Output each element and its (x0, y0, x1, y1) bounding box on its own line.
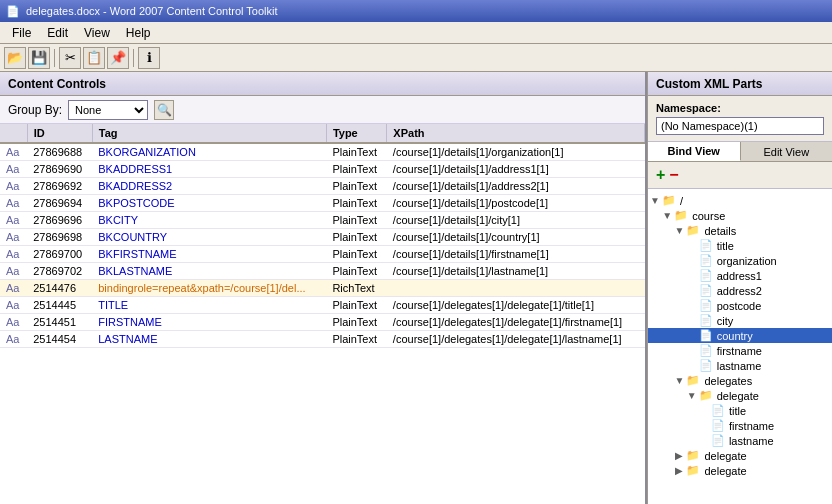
tree-node[interactable]: 📄city (648, 313, 832, 328)
document-icon: 📄 (699, 299, 715, 312)
tree-node[interactable]: 📄title (648, 403, 832, 418)
toolbar-info-btn[interactable]: ℹ (138, 47, 160, 69)
tree-node-label: firstname (717, 345, 762, 357)
tree-toggle (685, 270, 699, 281)
cell-tag: BKLASTNAME (92, 263, 326, 280)
tree-node[interactable]: 📄postcode (648, 298, 832, 313)
content-controls-table-container[interactable]: ID Tag Type XPath Aa 27869688 BKORGANIZA… (0, 124, 645, 504)
group-by-label: Group By: (8, 103, 62, 117)
group-by-icon-btn[interactable]: 🔍 (154, 100, 174, 120)
tab-edit-view[interactable]: Edit View (741, 142, 833, 161)
tree-toggle (685, 360, 699, 371)
table-row[interactable]: Aa 2514454 LASTNAME PlainText /course[1]… (0, 331, 645, 348)
tab-bind-view[interactable]: Bind View (648, 142, 741, 161)
namespace-value[interactable]: (No Namespace)(1) (656, 117, 824, 135)
tree-node-label: delegate (717, 390, 759, 402)
tree-node[interactable]: 📄firstname (648, 343, 832, 358)
folder-icon: 📁 (699, 389, 715, 402)
tree-toggle (697, 435, 711, 446)
toolbar: 📂 💾 ✂ 📋 📌 ℹ (0, 44, 832, 72)
tree-container[interactable]: ▼📁/ ▼📁course ▼📁details 📄title 📄organizat… (648, 189, 832, 504)
group-by-select[interactable]: None (68, 100, 148, 120)
folder-icon: 📁 (686, 464, 702, 477)
toolbar-paste-btn[interactable]: 📌 (107, 47, 129, 69)
tree-node-label: delegate (704, 450, 746, 462)
cell-xpath: /course[1]/details[1]/address1[1] (387, 161, 645, 178)
table-row[interactable]: Aa 27869694 BKPOSTCODE PlainText /course… (0, 195, 645, 212)
content-controls-table: ID Tag Type XPath Aa 27869688 BKORGANIZA… (0, 124, 645, 348)
tree-node[interactable]: 📄lastname (648, 433, 832, 448)
table-row[interactable]: Aa 2514445 TITLE PlainText /course[1]/de… (0, 297, 645, 314)
tree-node[interactable]: ▼📁course (648, 208, 832, 223)
table-row[interactable]: Aa 27869690 BKADDRESS1 PlainText /course… (0, 161, 645, 178)
cell-type: PlainText (326, 314, 386, 331)
tree-toggle (685, 345, 699, 356)
table-row[interactable]: Aa 2514476 bindingrole=repeat&xpath=/cou… (0, 280, 645, 297)
document-icon: 📄 (699, 269, 715, 282)
menu-help[interactable]: Help (118, 24, 159, 42)
tree-node[interactable]: ▼📁/ (648, 193, 832, 208)
menu-view[interactable]: View (76, 24, 118, 42)
cell-id: 27869700 (27, 246, 92, 263)
tree-node[interactable]: ▼📁details (648, 223, 832, 238)
tree-toolbar: + − (648, 162, 832, 189)
table-row[interactable]: Aa 27869702 BKLASTNAME PlainText /course… (0, 263, 645, 280)
menu-edit[interactable]: Edit (39, 24, 76, 42)
toolbar-separator-1 (54, 49, 55, 67)
table-row[interactable]: Aa 2514451 FIRSTNAME PlainText /course[1… (0, 314, 645, 331)
toolbar-save-btn[interactable]: 💾 (28, 47, 50, 69)
tree-node[interactable]: ▶📁delegate (648, 448, 832, 463)
tree-node[interactable]: ▼📁delegate (648, 388, 832, 403)
tree-node[interactable]: 📄title (648, 238, 832, 253)
tree-node-label: / (680, 195, 683, 207)
cell-type: PlainText (326, 143, 386, 161)
tree-node-label: delegate (704, 465, 746, 477)
tree-node[interactable]: 📄lastname (648, 358, 832, 373)
tree-toggle (697, 420, 711, 431)
table-body: Aa 27869688 BKORGANIZATION PlainText /co… (0, 143, 645, 348)
folder-icon: 📁 (686, 374, 702, 387)
cell-aa: Aa (0, 280, 27, 297)
cell-aa: Aa (0, 314, 27, 331)
col-type: Type (326, 124, 386, 143)
tree-toggle (685, 240, 699, 251)
cell-xpath: /course[1]/delegates[1]/delegate[1]/last… (387, 331, 645, 348)
cell-aa: Aa (0, 212, 27, 229)
tree-node[interactable]: 📄country (648, 328, 832, 343)
toolbar-cut-btn[interactable]: ✂ (59, 47, 81, 69)
namespace-label: Namespace: (656, 102, 824, 114)
col-tag: Tag (92, 124, 326, 143)
menu-file[interactable]: File (4, 24, 39, 42)
document-icon: 📄 (711, 419, 727, 432)
tree-node[interactable]: 📄address1 (648, 268, 832, 283)
tree-node[interactable]: 📄firstname (648, 418, 832, 433)
toolbar-open-btn[interactable]: 📂 (4, 47, 26, 69)
tree-remove-btn[interactable]: − (669, 166, 678, 184)
table-row[interactable]: Aa 27869700 BKFIRSTNAME PlainText /cours… (0, 246, 645, 263)
cell-type: PlainText (326, 246, 386, 263)
tree-node[interactable]: ▶📁delegate (648, 463, 832, 478)
tree-toggle (685, 300, 699, 311)
menu-bar: File Edit View Help (0, 22, 832, 44)
table-row[interactable]: Aa 27869688 BKORGANIZATION PlainText /co… (0, 143, 645, 161)
tree-node[interactable]: 📄address2 (648, 283, 832, 298)
tree-add-btn[interactable]: + (656, 166, 665, 184)
tree-node[interactable]: 📄organization (648, 253, 832, 268)
tree-toggle: ▼ (648, 195, 662, 206)
tree-toggle (685, 315, 699, 326)
table-row[interactable]: Aa 27869698 BKCOUNTRY PlainText /course[… (0, 229, 645, 246)
cell-type: PlainText (326, 212, 386, 229)
toolbar-copy-btn[interactable]: 📋 (83, 47, 105, 69)
table-row[interactable]: Aa 27869692 BKADDRESS2 PlainText /course… (0, 178, 645, 195)
tree-node-label: lastname (729, 435, 774, 447)
cell-type: PlainText (326, 195, 386, 212)
cell-aa: Aa (0, 297, 27, 314)
tree-node[interactable]: ▼📁delegates (648, 373, 832, 388)
document-icon: 📄 (699, 359, 715, 372)
title-bar-icon: 📄 (6, 5, 20, 18)
table-row[interactable]: Aa 27869696 BKCITY PlainText /course[1]/… (0, 212, 645, 229)
cell-xpath: /course[1]/delegates[1]/delegate[1]/firs… (387, 314, 645, 331)
tree-node-label: delegates (704, 375, 752, 387)
document-icon: 📄 (711, 404, 727, 417)
cell-xpath: /course[1]/details[1]/organization[1] (387, 143, 645, 161)
